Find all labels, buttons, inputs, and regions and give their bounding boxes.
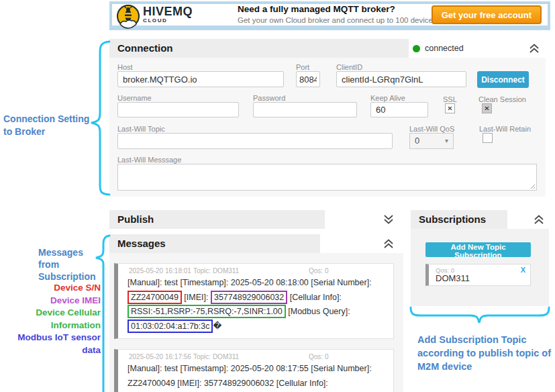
username-input[interactable]: [117, 102, 239, 117]
lastwill-qos-select[interactable]: 0 ▾: [409, 133, 454, 149]
subscriptions-header: Subscriptions: [411, 210, 507, 229]
message-topic: Topic: DOM311: [193, 267, 309, 275]
lastwill-qos-value: 0: [415, 136, 419, 146]
add-new-topic-subscription-button[interactable]: Add New Topic Subscription: [425, 242, 531, 257]
subscription-card: Qos: 0 X DOM311: [425, 264, 531, 286]
connection-status-text: connected: [425, 44, 464, 53]
host-input[interactable]: [117, 71, 284, 87]
lastwill-topic-label: Last-Will Topic: [117, 125, 165, 133]
message-topic: Topic: DOM311: [193, 353, 309, 360]
connected-dot-icon: [413, 45, 420, 52]
password-input[interactable]: [253, 102, 357, 117]
connection-setting-note: Connection Setting to Broker: [3, 113, 89, 138]
lastwill-retain-checkbox[interactable]: [483, 133, 493, 143]
subscriptions-title: Subscriptions: [411, 210, 507, 229]
message-segment-cell: RSSI:-51,RSRP:-75,RSRQ:-7,SINR:1.00: [128, 305, 286, 318]
messages-from-subscription-note: Messages from Subscription: [38, 246, 96, 283]
port-label: Port: [296, 63, 309, 71]
device-sn-label: Device S/N: [0, 282, 101, 295]
message-card: 2025-05-20 16:18:01 Topic: DOM311 Qos: 0…: [114, 263, 394, 339]
brand-name: HIVEMQ: [143, 5, 193, 17]
message-segment-none: �: [213, 322, 221, 331]
connection-form: Host Port ClientID Disconnect Username P…: [109, 58, 546, 197]
message-segment-none: [Manual]: test [Timestamp]: 2025-05-20 0…: [128, 364, 372, 392]
select-caret-icon: ▾: [445, 134, 448, 148]
keepalive-label: Keep Alive: [370, 94, 405, 102]
keepalive-input[interactable]: [370, 102, 428, 117]
message-segment-imei: 357748929006032: [211, 291, 287, 304]
device-field-legend: Device S/N Device IMEI Device Cellular I…: [0, 282, 101, 356]
subscriptions-panel: Subscriptions Add New Topic Subscription…: [411, 210, 549, 306]
hivemq-ad-banner: HIVEMQ CLOUD Need a fully managed MQTT b…: [109, 1, 550, 30]
message-segment-sn: ZZ24700049: [128, 291, 182, 304]
remove-subscription-button[interactable]: X: [521, 266, 525, 274]
modbus-sensor-label: Modbus IoT sensor data: [0, 332, 101, 356]
subscriptions-brace: [411, 307, 549, 323]
clean-session-label: Clean Session: [478, 95, 526, 103]
message-payload: [Manual]: test [Timestamp]: 2025-05-20 0…: [124, 362, 388, 392]
messages-list: 2025-05-20 16:18:01 Topic: DOM311 Qos: 0…: [109, 253, 403, 392]
message-timestamp: 2025-05-20 16:17:56: [129, 353, 193, 360]
message-payload: [Manual]: test [Timestamp]: 2025-05-20 0…: [124, 276, 388, 334]
publish-title: Publish: [109, 210, 325, 229]
add-subscription-topic-note: Add Subscription Topic according to publ…: [417, 333, 551, 373]
message-meta: 2025-05-20 16:17:56 Topic: DOM311 Qos: 0: [124, 353, 388, 360]
ssl-checkbox[interactable]: [445, 103, 455, 113]
messages-title: Messages: [109, 234, 320, 253]
messages-collapse-chevron-double-up-icon[interactable]: [383, 238, 395, 249]
messages-panel: Messages 2025-05-20 16:18:01 Topic: DOM3…: [109, 234, 403, 392]
messages-header: Messages: [109, 234, 320, 253]
subscription-topic: DOM311: [436, 273, 470, 283]
message-qos: Qos: 0: [309, 267, 328, 275]
connection-brace: [91, 42, 109, 195]
message-segment-modbus: 01:03:02:04:a1:7b:3c: [128, 320, 213, 333]
message-segment-none: [Cellular Info]:: [287, 293, 342, 302]
message-meta: 2025-05-20 16:18:01 Topic: DOM311 Qos: 0: [124, 267, 388, 275]
publish-header: Publish: [109, 210, 325, 229]
lastwill-retain-label: Last-Will Retain: [479, 125, 531, 133]
connection-collapse-chevron-double-up-icon[interactable]: [528, 43, 540, 54]
connection-header: Connection: [109, 39, 409, 58]
username-label: Username: [117, 94, 152, 102]
ssl-label: SSL: [443, 95, 457, 103]
hivemq-wordmark: HIVEMQ CLOUD: [143, 5, 193, 23]
message-segment-none: [IMEI]:: [182, 293, 211, 302]
device-imei-label: Device IMEI: [0, 295, 101, 307]
get-free-account-button[interactable]: Get your free account: [432, 5, 542, 24]
clean-session-checkbox[interactable]: [482, 103, 492, 113]
connection-panel: Connection connected Host Port ClientID …: [109, 39, 546, 197]
lastwill-message-textarea[interactable]: [117, 164, 537, 191]
disconnect-button[interactable]: Disconnect: [477, 71, 529, 88]
message-qos: Qos: 0: [309, 353, 328, 360]
brand-sub: CLOUD: [143, 18, 193, 23]
clientid-label: ClientID: [336, 63, 362, 71]
port-input[interactable]: [296, 71, 320, 87]
message-segment-none: [Manual]: test [Timestamp]: 2025-05-20 0…: [128, 278, 372, 287]
connection-title: Connection: [109, 39, 409, 58]
lastwill-message-label: Last-Will Messsage: [117, 156, 181, 164]
device-cellular-label: Device Cellular Information: [0, 307, 101, 332]
message-segment-none: [Modbus Query]:: [286, 307, 350, 316]
publish-expand-chevron-double-down-icon[interactable]: [383, 214, 395, 225]
subscriptions-body: Add New Topic Subscription Qos: 0 X DOM3…: [411, 229, 549, 306]
connection-status: connected: [413, 39, 464, 58]
lastwill-topic-input[interactable]: [117, 133, 393, 149]
clientid-input[interactable]: [336, 71, 466, 87]
message-timestamp: 2025-05-20 16:18:01: [129, 267, 193, 275]
message-card: 2025-05-20 16:17:56 Topic: DOM311 Qos: 0…: [114, 349, 394, 392]
mqtt-client-page: HIVEMQ CLOUD Need a fully managed MQTT b…: [0, 0, 555, 392]
hivemq-bee-logo-icon: [115, 4, 141, 30]
banner-inner: HIVEMQ CLOUD Need a fully managed MQTT b…: [112, 4, 548, 26]
subscriptions-collapse-chevron-double-up-icon[interactable]: [533, 214, 545, 225]
password-label: Password: [253, 94, 285, 102]
lastwill-qos-label: Last-Will QoS: [409, 125, 454, 133]
host-label: Host: [117, 63, 133, 71]
